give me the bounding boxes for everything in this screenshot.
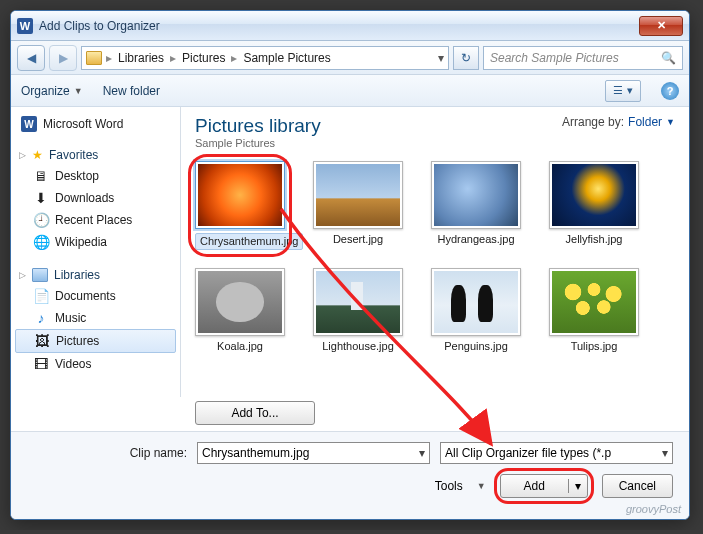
thumbnail-image [552, 271, 636, 333]
libraries-icon [32, 268, 48, 282]
sidebar-item-videos[interactable]: 🎞Videos [11, 353, 180, 375]
sidebar-item-label: Downloads [55, 191, 114, 205]
file-item-lighthouse[interactable]: Lighthouse.jpg [313, 268, 403, 353]
breadcrumb[interactable]: Sample Pictures [241, 51, 332, 65]
caret-icon: ▷ [19, 270, 26, 280]
breadcrumb[interactable]: Pictures [180, 51, 227, 65]
file-name: Hydrangeas.jpg [431, 233, 521, 246]
chevron-down-icon: ▼ [74, 86, 83, 96]
file-item-jellyfish[interactable]: Jellyfish.jpg [549, 161, 639, 250]
help-button[interactable]: ? [661, 82, 679, 100]
file-name: Koala.jpg [195, 340, 285, 353]
sidebar-item-label: Recent Places [55, 213, 132, 227]
thumbnail-image [316, 271, 400, 333]
search-input[interactable]: Search Sample Pictures 🔍 [483, 46, 683, 70]
globe-icon: 🌐 [33, 234, 49, 250]
add-button-annotation: Add ▾ [500, 474, 588, 498]
cancel-button[interactable]: Cancel [602, 474, 673, 498]
downloads-icon: ⬇ [33, 190, 49, 206]
thumbnail-grid: Chrysanthemum.jpg Desert.jpg Hydrangeas.… [195, 161, 675, 353]
form-area: Clip name: Chrysanthemum.jpg ▾ All Clip … [11, 431, 689, 520]
breadcrumb-separator-icon: ▸ [170, 51, 176, 65]
sidebar-item-wikipedia[interactable]: 🌐Wikipedia [11, 231, 180, 253]
close-button[interactable]: ✕ [639, 16, 683, 36]
breadcrumb-separator-icon: ▸ [231, 51, 237, 65]
sidebar-item-documents[interactable]: 📄Documents [11, 285, 180, 307]
search-icon: 🔍 [661, 51, 676, 65]
add-button-label: Add [501, 479, 569, 493]
watermark: groovyPost [626, 503, 681, 515]
organize-button[interactable]: Organize ▼ [21, 84, 83, 98]
sidebar: W Microsoft Word ▷ ★ Favorites 🖥Desktop … [11, 107, 181, 397]
file-item-koala[interactable]: Koala.jpg [195, 268, 285, 353]
refresh-button[interactable]: ↻ [453, 46, 479, 70]
address-bar[interactable]: ▸ Libraries ▸ Pictures ▸ Sample Pictures… [81, 46, 449, 70]
file-name: Penguins.jpg [431, 340, 521, 353]
file-item-desert[interactable]: Desert.jpg [313, 161, 403, 250]
clip-name-label: Clip name: [27, 446, 187, 460]
file-type-value: All Clip Organizer file types (*.p [445, 446, 611, 460]
sidebar-item-music[interactable]: ♪Music [11, 307, 180, 329]
file-item-tulips[interactable]: Tulips.jpg [549, 268, 639, 353]
music-icon: ♪ [33, 310, 49, 326]
titlebar: W Add Clips to Organizer ✕ [11, 11, 689, 41]
add-to-button[interactable]: Add To... [195, 401, 315, 425]
library-header: Pictures library Sample Pictures Arrange… [195, 115, 675, 149]
sidebar-item-label: Music [55, 311, 86, 325]
window-title: Add Clips to Organizer [39, 19, 639, 33]
arrange-by[interactable]: Arrange by: Folder ▼ [562, 115, 675, 129]
sidebar-item-label: Videos [55, 357, 91, 371]
sidebar-item-label: Documents [55, 289, 116, 303]
sidebar-item-label: Pictures [56, 334, 99, 348]
breadcrumb[interactable]: Libraries [116, 51, 166, 65]
documents-icon: 📄 [33, 288, 49, 304]
file-name: Jellyfish.jpg [549, 233, 639, 246]
videos-icon: 🎞 [33, 356, 49, 372]
thumbnail-image [198, 164, 282, 226]
new-folder-button[interactable]: New folder [103, 84, 160, 98]
library-subtitle: Sample Pictures [195, 137, 321, 149]
sidebar-item-downloads[interactable]: ⬇Downloads [11, 187, 180, 209]
navbar: ◀ ▶ ▸ Libraries ▸ Pictures ▸ Sample Pict… [11, 41, 689, 75]
sidebar-libraries-header[interactable]: ▷ Libraries [11, 265, 180, 285]
star-icon: ★ [32, 148, 43, 162]
sidebar-item-desktop[interactable]: 🖥Desktop [11, 165, 180, 187]
content-pane: Pictures library Sample Pictures Arrange… [181, 107, 689, 397]
sidebar-app[interactable]: W Microsoft Word [11, 113, 180, 135]
thumbnail-image [198, 271, 282, 333]
sidebar-favorites-header[interactable]: ▷ ★ Favorites [11, 145, 180, 165]
word-icon: W [21, 116, 37, 132]
dialog-window: W Add Clips to Organizer ✕ ◀ ▶ ▸ Librari… [10, 10, 690, 520]
file-name: Chrysanthemum.jpg [195, 233, 303, 250]
clip-name-input[interactable]: Chrysanthemum.jpg ▾ [197, 442, 430, 464]
breadcrumb-separator-icon: ▸ [106, 51, 112, 65]
clip-name-value: Chrysanthemum.jpg [202, 446, 309, 460]
chevron-down-icon[interactable]: ▼ [477, 481, 486, 491]
thumbnail-image [434, 164, 518, 226]
file-item-hydrangeas[interactable]: Hydrangeas.jpg [431, 161, 521, 250]
thumbnail-image [552, 164, 636, 226]
sidebar-favorites-label: Favorites [49, 148, 98, 162]
tools-label[interactable]: Tools [435, 479, 463, 493]
add-button[interactable]: Add ▾ [500, 474, 588, 498]
desktop-icon: 🖥 [33, 168, 49, 184]
address-dropdown-icon[interactable]: ▾ [438, 51, 444, 65]
nav-back-button[interactable]: ◀ [17, 45, 45, 71]
file-type-select[interactable]: All Clip Organizer file types (*.p ▾ [440, 442, 673, 464]
recent-icon: 🕘 [33, 212, 49, 228]
file-item-penguins[interactable]: Penguins.jpg [431, 268, 521, 353]
sidebar-item-pictures[interactable]: 🖼Pictures [15, 329, 176, 353]
view-button[interactable]: ☰ ▾ [605, 80, 641, 102]
nav-forward-button[interactable]: ▶ [49, 45, 77, 71]
toolbar: Organize ▼ New folder ☰ ▾ ? [11, 75, 689, 107]
chevron-down-icon[interactable]: ▾ [419, 446, 425, 460]
sidebar-item-label: Desktop [55, 169, 99, 183]
sidebar-item-recent[interactable]: 🕘Recent Places [11, 209, 180, 231]
file-item-chrysanthemum[interactable]: Chrysanthemum.jpg [195, 161, 285, 250]
cancel-label: Cancel [619, 479, 656, 493]
sidebar-app-label: Microsoft Word [43, 117, 123, 131]
pictures-icon: 🖼 [34, 333, 50, 349]
chevron-down-icon[interactable]: ▾ [662, 446, 668, 460]
arrange-label: Arrange by: [562, 115, 624, 129]
add-button-dropdown[interactable]: ▾ [569, 479, 587, 493]
